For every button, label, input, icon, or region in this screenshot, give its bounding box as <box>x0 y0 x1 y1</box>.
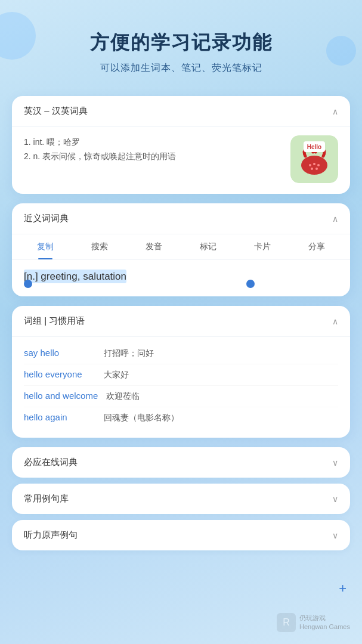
phrase-cn-4: 回魂妻（电影名称） <box>104 413 179 423</box>
collapsed-header-2[interactable]: 常用例句库 ∨ <box>12 484 350 514</box>
hero-title: 方便的学习记录功能 <box>18 30 344 56</box>
phrases-title: 词组 | 习惯用语 <box>24 315 85 327</box>
phrases-header[interactable]: 词组 | 习惯用语 ∧ <box>12 306 350 337</box>
phrase-cn-2: 大家好 <box>104 370 129 380</box>
synonym-text-area: [n.] greeting, salutation <box>12 260 350 296</box>
svg-point-7 <box>311 168 313 170</box>
phrases-body: say hello 打招呼；问好 hello everyone 大家好 hell… <box>12 337 350 438</box>
selection-handle-left[interactable] <box>24 280 32 288</box>
tab-card[interactable]: 卡片 <box>236 234 290 259</box>
dict-item-2: 2. n. 表示问候，惊奇或唤起注意时的用语 <box>24 150 281 164</box>
dict-body: 1. int. 喂；哈罗 2. n. 表示问候，惊奇或唤起注意时的用语 Hell… <box>12 127 350 194</box>
collapsed-card-1: 必应在线词典 ∨ <box>12 447 350 478</box>
synonym-text[interactable]: [n.] greeting, salutation <box>24 270 126 283</box>
synonym-body: 复制 搜索 发音 标记 卡片 分享 [n.] greeting, salutat… <box>12 234 350 296</box>
phrase-cn-1: 打招呼；问好 <box>104 348 154 359</box>
dict-header[interactable]: 英汉 – 汉英词典 ∧ <box>12 96 350 127</box>
hero-subtitle: 可以添加生词本、笔记、荧光笔标记 <box>18 62 344 75</box>
collapsed-title-1: 必应在线词典 <box>24 457 78 468</box>
phrase-item-1[interactable]: say hello 打招呼；问好 <box>24 343 338 364</box>
svg-point-4 <box>309 164 311 166</box>
watermark-icon: R <box>277 613 296 632</box>
dict-card: 英汉 – 汉英词典 ∧ 1. int. 喂；哈罗 2. n. 表示问候，惊奇或唤… <box>12 96 350 194</box>
svg-point-6 <box>317 164 320 166</box>
collapsed-title-3: 听力原声例句 <box>24 530 78 541</box>
synonym-card: 近义词词典 ∧ 复制 搜索 发音 标记 卡片 分享 [n.] greeting,… <box>12 203 350 296</box>
collapsed-title-2: 常用例句库 <box>24 493 69 504</box>
collapsed-card-2: 常用例句库 ∨ <box>12 484 350 514</box>
phrase-en-4: hello again <box>24 412 95 422</box>
deco-circle-2 <box>326 36 356 66</box>
synonym-header[interactable]: 近义词词典 ∧ <box>12 203 350 234</box>
dict-content: 1. int. 喂；哈罗 2. n. 表示问候，惊奇或唤起注意时的用语 <box>24 135 281 164</box>
hello-image: Hello <box>290 135 338 183</box>
collapsed-header-3[interactable]: 听力原声例句 ∨ <box>12 520 350 550</box>
tab-copy[interactable]: 复制 <box>18 234 72 259</box>
synonym-title: 近义词词典 <box>24 213 69 224</box>
phrases-card: 词组 | 习惯用语 ∧ say hello 打招呼；问好 hello every… <box>12 306 350 438</box>
tab-pronounce[interactable]: 发音 <box>126 234 181 259</box>
collapsed-header-1[interactable]: 必应在线词典 ∨ <box>12 447 350 478</box>
collapsed-chevron-2: ∨ <box>332 494 338 504</box>
phrase-item-2[interactable]: hello everyone 大家好 <box>24 364 338 386</box>
dict-item-1: 1. int. 喂；哈罗 <box>24 135 281 150</box>
svg-point-8 <box>315 168 318 170</box>
dict-title: 英汉 – 汉英词典 <box>24 106 88 117</box>
watermark-text: 仍玩游戏 Hengwan Games <box>299 614 350 632</box>
tab-share[interactable]: 分享 <box>290 234 344 259</box>
phrase-en-1: say hello <box>24 348 95 358</box>
svg-text:Hello: Hello <box>307 144 321 150</box>
svg-point-5 <box>313 163 315 165</box>
selection-handle-right[interactable] <box>246 280 255 288</box>
phrase-cn-3: 欢迎莅临 <box>106 391 140 402</box>
plus-button[interactable]: + <box>339 581 346 596</box>
collapsed-chevron-1: ∨ <box>332 458 338 467</box>
tab-bar: 复制 搜索 发音 标记 卡片 分享 <box>12 234 350 260</box>
watermark-area: R 仍玩游戏 Hengwan Games <box>277 613 350 632</box>
phrase-en-2: hello everyone <box>24 369 95 379</box>
phrase-en-3: hello and welcome <box>24 391 98 401</box>
dict-chevron: ∧ <box>332 107 338 116</box>
phrases-chevron: ∧ <box>332 317 338 326</box>
phrase-item-4[interactable]: hello again 回魂妻（电影名称） <box>24 407 338 428</box>
hero-section: 方便的学习记录功能 可以添加生词本、笔记、荧光笔标记 <box>0 0 362 86</box>
synonym-chevron: ∧ <box>332 214 338 224</box>
phrase-item-3[interactable]: hello and welcome 欢迎莅临 <box>24 386 338 407</box>
tab-search[interactable]: 搜索 <box>72 234 126 259</box>
tab-mark[interactable]: 标记 <box>181 234 236 259</box>
collapsed-card-3: 听力原声例句 ∨ <box>12 520 350 550</box>
collapsed-chevron-3: ∨ <box>332 531 338 540</box>
